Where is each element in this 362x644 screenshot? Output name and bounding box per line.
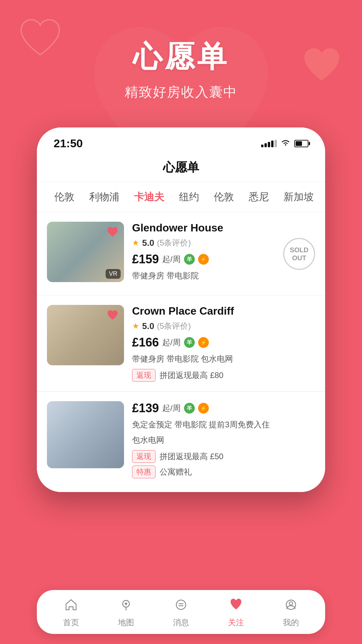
listing-price-2: £166 起/周 羊 ⚡	[132, 335, 315, 350]
wifi-icon	[281, 139, 290, 148]
nav-map[interactable]: 地图	[108, 597, 144, 628]
listing-tags-2: 带健身房 带电影院 包水电网	[132, 354, 315, 364]
home-icon	[64, 597, 78, 614]
partial-rebate-text: 拼团返现最高 £50	[160, 451, 224, 462]
category-tabs: 伦敦 利物浦 卡迪夫 纽约 伦敦 悉尼 新加坡	[37, 182, 325, 212]
tab-london2[interactable]: 伦敦	[206, 190, 241, 204]
user-icon	[284, 597, 298, 614]
nav-profile-label: 我的	[283, 617, 299, 628]
partial-badge-green: 羊	[184, 403, 195, 414]
sold-out-line1: SOLD	[290, 246, 309, 254]
rating-score-1: 5.0	[142, 238, 154, 248]
map-icon	[119, 597, 133, 614]
tab-liverpool[interactable]: 利物浦	[82, 190, 127, 204]
bottom-navigation: 首页 地图 消息	[37, 590, 325, 634]
listing-item-2[interactable]: Crown Place Cardiff ★ 5.0 (5条评价) £166 起/…	[37, 296, 325, 391]
app-title: 心愿单	[163, 160, 199, 174]
status-icons	[261, 139, 308, 148]
listings-container: VR Glendower House ★ 5.0 (5条评价) £159 起/周…	[37, 212, 325, 391]
price-amount-1: £159	[132, 252, 159, 266]
price-badge-orange-2: ⚡	[198, 337, 209, 348]
partial-rebate-badge: 返现	[132, 450, 156, 463]
partial-listing[interactable]: £139 起/周 羊 ⚡ 免定金预定 带电影院 提前3周免费入住 包水电网 返现…	[37, 391, 325, 492]
tab-cardiff[interactable]: 卡迪夫	[127, 190, 172, 204]
rating-score-2: 5.0	[142, 321, 154, 331]
nav-home-label: 首页	[63, 617, 79, 628]
partial-listing-price: £139 起/周 羊 ⚡	[132, 401, 315, 415]
sold-out-line2: OUT	[292, 254, 306, 262]
partial-listing-tags: 免定金预定 带电影院 提前3周免费入住	[132, 419, 315, 430]
sold-out-badge-1: SOLD OUT	[283, 238, 315, 270]
signal-icon	[261, 140, 277, 147]
partial-listing-info: £139 起/周 羊 ⚡ 免定金预定 带电影院 提前3周免费入住 包水电网 返现…	[124, 401, 315, 478]
rating-count-1: (5条评价)	[157, 237, 191, 248]
status-bar: 21:50	[37, 127, 325, 155]
message-icon	[174, 597, 188, 614]
favorite-button-2[interactable]	[105, 309, 120, 322]
partial-tag-row-1: 返现 拼团返现最高 £50	[132, 450, 315, 463]
svg-point-3	[176, 600, 186, 609]
price-badge-green-1: 羊	[184, 254, 195, 265]
rating-count-2: (5条评价)	[157, 321, 191, 331]
listing-rating-2: ★ 5.0 (5条评价)	[132, 321, 315, 331]
nav-profile[interactable]: 我的	[273, 597, 309, 628]
tab-sydney[interactable]: 悉尼	[241, 190, 276, 204]
star-icon-1: ★	[132, 238, 139, 248]
partial-listing-tags2: 包水电网	[132, 435, 315, 445]
phone-frame: 21:50	[37, 127, 325, 492]
price-badge-green-2: 羊	[184, 337, 195, 348]
partial-price-amount: £139	[132, 401, 159, 415]
hero-section: 心愿单 精致好房收入囊中	[0, 0, 362, 118]
partial-special-badge: 特惠	[132, 466, 156, 478]
nav-message-label: 消息	[173, 617, 189, 628]
listing-info-2: Crown Place Cardiff ★ 5.0 (5条评价) £166 起/…	[124, 305, 315, 382]
star-icon-2: ★	[132, 321, 139, 331]
tab-singapore[interactable]: 新加坡	[276, 190, 321, 204]
partial-tag-row-2: 特惠 公寓赠礼	[132, 466, 315, 478]
nav-map-label: 地图	[118, 617, 134, 628]
hero-subtitle: 精致好房收入囊中	[0, 83, 362, 101]
svg-point-7	[289, 602, 293, 605]
partial-price-unit: 起/周	[162, 403, 181, 414]
rebate-badge-2: 返现	[132, 369, 156, 382]
vr-badge-1: VR	[106, 269, 121, 279]
svg-point-0	[285, 144, 286, 146]
nav-bar: 首页 地图 消息	[37, 590, 325, 634]
app-titlebar: 心愿单	[37, 155, 325, 182]
tab-london1[interactable]: 伦敦	[47, 190, 82, 204]
listing-image-2	[47, 305, 124, 365]
status-time: 21:50	[54, 137, 83, 150]
price-badge-orange-1: ⚡	[198, 254, 209, 265]
favorite-button-1[interactable]	[105, 226, 120, 239]
nav-favorites[interactable]: 关注	[218, 597, 254, 628]
svg-point-2	[125, 603, 127, 605]
hero-title: 心愿单	[0, 37, 362, 77]
tag-row-2: 返现 拼团返现最高 £80	[132, 369, 315, 382]
price-amount-2: £166	[132, 335, 159, 350]
listing-item[interactable]: VR Glendower House ★ 5.0 (5条评价) £159 起/周…	[37, 212, 325, 296]
partial-listing-image	[47, 401, 124, 468]
partial-badge-orange: ⚡	[198, 403, 209, 414]
heart-icon	[229, 597, 243, 614]
listing-image-1: VR	[47, 222, 124, 282]
tab-newyork[interactable]: 纽约	[172, 190, 206, 204]
nav-home[interactable]: 首页	[53, 597, 89, 628]
rebate-text-2: 拼团返现最高 £80	[160, 370, 224, 381]
listing-name-1: Glendower House	[132, 222, 315, 234]
nav-favorites-label: 关注	[228, 617, 244, 628]
battery-icon	[294, 140, 308, 147]
price-unit-2: 起/周	[162, 337, 181, 348]
partial-special-text: 公寓赠礼	[160, 467, 192, 477]
nav-message[interactable]: 消息	[163, 597, 199, 628]
listing-tags-1: 带健身房 带电影院	[132, 270, 315, 281]
listing-name-2: Crown Place Cardiff	[132, 305, 315, 317]
price-unit-1: 起/周	[162, 254, 181, 265]
